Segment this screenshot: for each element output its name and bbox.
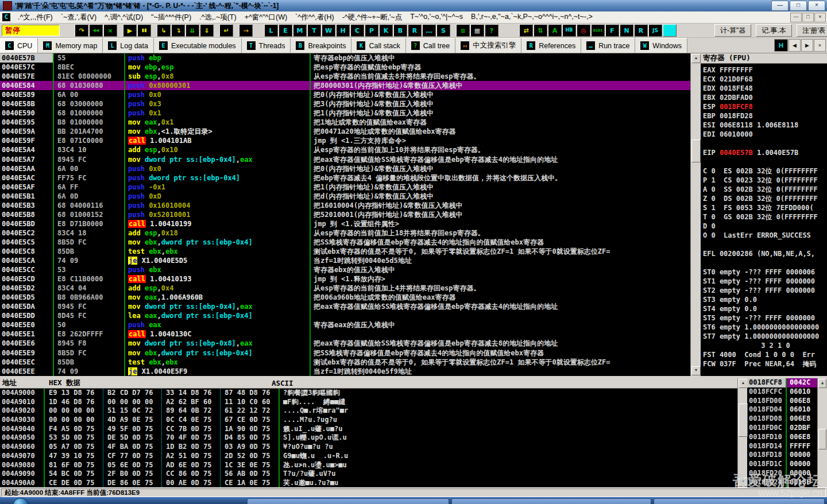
disasm-row[interactable]: 0040E5E1E8 262DFFFFcall 1.0040130C	[0, 329, 690, 339]
stack-row[interactable]: 0018FD2000000	[747, 469, 818, 478]
memory-map-button[interactable]: M	[293, 24, 307, 37]
call-stack-button[interactable]: K	[379, 24, 393, 37]
binary-button[interactable]: 0101	[591, 24, 605, 37]
taskbar-button[interactable]	[451, 498, 651, 504]
breakpoints-button[interactable]: B	[393, 24, 407, 37]
disasm-row[interactable]: 0040E59FE8 071C0000call 1.004101ABjmp 到 …	[0, 136, 690, 145]
run-trace-button[interactable]: …	[422, 24, 436, 37]
stack-panel[interactable]: 0018FCF80042C0018FCFC060100018FD00006E80…	[747, 378, 827, 487]
tab-run-trace[interactable]: …Run trace	[581, 38, 635, 53]
tab-threads[interactable]: TThreads	[242, 38, 291, 53]
stack-row[interactable]: 0018FCFC06010	[747, 387, 818, 397]
register-row[interactable]: ESP 0018FCF8	[703, 102, 827, 111]
scroll-up-icon[interactable]: ▲	[691, 54, 701, 63]
start-button[interactable]	[13, 498, 29, 504]
disasm-row[interactable]: 0040E5C58B5D FCmov ebx,dword ptr ss:[ebp…	[0, 238, 690, 247]
tab-log-data[interactable]: LLog data	[103, 38, 154, 53]
disasm-row[interactable]: 0040E57B55push ebp寄存器ebp的值压入堆栈中	[0, 53, 690, 63]
rewind-button[interactable]: ◀◀	[89, 24, 103, 37]
stack-row[interactable]: 0018FD1C00000	[747, 460, 818, 469]
stack-row[interactable]: 0018FCF80042C	[747, 378, 818, 387]
disasm-row[interactable]: 0040E5C885DBtest ebx,ebx测试ebx寄存器的值是不是等于0…	[0, 247, 690, 256]
disasm-row[interactable]: 0040E5D5B8 0B966A00mov eax,1.006A960B把00…	[0, 293, 690, 302]
disasm-row[interactable]: 0040E5AF6A FFpush -0x1把1(内存指针地址)&常数值压入堆栈…	[0, 183, 690, 192]
close-button[interactable]: ×	[808, 1, 825, 11]
pause-button[interactable]: ▮▮	[137, 24, 151, 37]
menu-item[interactable]: .^文,.,件(F)	[14, 13, 57, 22]
patches-button[interactable]: P	[365, 24, 378, 37]
register-row[interactable]: EBX 02DBFAD0	[703, 93, 827, 102]
scrollbar-thumb[interactable]	[691, 139, 701, 162]
executables-button[interactable]: E	[279, 24, 292, 37]
disasm-row[interactable]: 0040E59ABB 201A4700mov ebx,<1.取特定目录>把004…	[0, 127, 690, 136]
stack-row[interactable]: 0018FD0C02DBF	[747, 424, 818, 433]
scrollbar-thumb[interactable]	[818, 429, 826, 449]
stack-row[interactable]: 0018FD240018F	[747, 478, 818, 487]
disasm-row[interactable]: 0040E5CC53push ebx寄存器ebx的值压入堆栈中	[0, 265, 690, 274]
taskbar-button[interactable]	[654, 498, 825, 504]
memory-grid-button[interactable]: ▦	[470, 24, 484, 37]
dump-row[interactable]: 004A905053 5D 0D 75DE 5D 0D 7570 4F 0D 7…	[0, 433, 737, 443]
disasm-row[interactable]: 0040E5AA6A 00push 0x0把0(内存指针地址)&常数值压入堆栈中	[0, 164, 690, 173]
tab-call-stack[interactable]: KCall stack	[351, 38, 405, 53]
menu-item[interactable]: "~插^*^件(P)	[147, 13, 195, 22]
views-button[interactable]: ≡	[456, 24, 470, 37]
threads-button[interactable]: T	[307, 24, 321, 37]
windows-button[interactable]: W	[322, 24, 335, 37]
restart-button[interactable]: ↷	[75, 24, 88, 37]
register-row[interactable]: ESI 006E8118 1.006E8118	[703, 121, 827, 130]
disasm-row[interactable]: 0040E5EC85DBtest ebx,ebx测试ebx寄存器的值是不是等于0…	[0, 358, 690, 367]
disasm-row[interactable]: 0040E5A78945 FCmov dword ptr ss:[ebp-0x4…	[0, 155, 690, 164]
swap-button[interactable]: ⇄	[519, 24, 533, 37]
disasm-row[interactable]: 0040E5DA8945 FCmov dword ptr ss:[ebp-0x4…	[0, 302, 690, 311]
js-plugin-button[interactable]: JS	[648, 24, 662, 37]
disasm-row[interactable]: 0040E5D283C4 04add esp,0x4从esp寄存器的当前值加上4…	[0, 284, 690, 293]
dump-row[interactable]: 004A908081 6F 0D 7505 6E 0D 75AD 6E 0D 7…	[0, 461, 737, 470]
dump-row[interactable]: 004A9040F4 A5 0D 7549 5F 0D 75CC 7B 0D 7…	[0, 425, 737, 434]
disasm-row[interactable]: 0040E59068 01000000push 0x1把1(内存指针地址)&常数…	[0, 108, 690, 118]
close-program-button[interactable]: ×	[103, 24, 117, 37]
disassembly-scrollbar[interactable]: ▲ ▼	[690, 53, 701, 376]
disasm-row[interactable]: 0040E58468 01030080push 0x80000301把80000…	[0, 81, 690, 90]
disasm-row[interactable]: 0040E5ACFF75 FCpush dword ptr ss:[ebp-0x…	[0, 173, 690, 183]
stack-row[interactable]: 0018FD14FFFFF	[747, 442, 818, 451]
mdi-close-button[interactable]: ×	[814, 13, 826, 22]
tab-breakpoints[interactable]: BBreakpoints	[291, 38, 351, 53]
register-row[interactable]: EDX 0018FE48	[703, 84, 827, 93]
dump-row[interactable]: 004A90101D 46 D8 7600 00 00 00A2 62 BF 6…	[0, 398, 737, 407]
menu-item[interactable]: B,',r~-,e,"~a,`~k,P~,~o^^^i~,~n^,~t~-,>	[467, 13, 597, 22]
menu-item[interactable]: T~'^o,'~o,'^|~^~s	[406, 13, 467, 22]
trace-over-button[interactable]: ⇓	[200, 24, 214, 37]
register-row[interactable]: EAX FFFFFFFF	[703, 65, 827, 75]
assemble-button[interactable]: A	[548, 24, 562, 37]
scroll-up-icon[interactable]: ▲	[739, 379, 748, 388]
disasm-row[interactable]: 0040E5A483C4 10add esp,0x10从esp寄存器的当前值加上…	[0, 145, 690, 154]
tab-scroll-right-button[interactable]: ▶	[801, 39, 813, 52]
disasm-row[interactable]: 0040E5B368 04000116push 0x16010004把16010…	[0, 201, 690, 210]
target-button[interactable]: ◎	[577, 24, 590, 37]
disasm-row[interactable]: 0040E5B868 01000152push 0x52010001把52010…	[0, 210, 690, 219]
h-button[interactable]: H	[774, 39, 788, 52]
disasm-row[interactable]: 0040E5E050push eax寄存器eax的值压入堆栈中	[0, 320, 690, 329]
dump-row[interactable]: 004A902000 00 00 0051 15 0C 7289 64 0B 7…	[0, 406, 737, 416]
scrollbar-thumb[interactable]	[739, 404, 748, 437]
cyan-plugin-button[interactable]	[663, 24, 677, 37]
toolbar-text-button[interactable]: 注'册'表	[797, 24, 827, 37]
mdi-minimize-button[interactable]: —	[790, 13, 802, 22]
register-row[interactable]: ECX 021D0F68	[703, 75, 827, 84]
disassembly-panel[interactable]: 0040E57B55push ebp寄存器ebp的值压入堆栈中0040E57C8…	[0, 53, 690, 376]
stack-row[interactable]: 0018FD0406010	[747, 405, 818, 414]
dump-scrollbar[interactable]: ▲ ▼	[737, 378, 747, 487]
toolbar-text-button[interactable]: 记.事.本	[756, 24, 792, 37]
menu-item[interactable]: `^作^^,者(H)	[291, 13, 338, 22]
run-button[interactable]: ▶	[123, 24, 137, 37]
tab-call-tree[interactable]: ?Call tree	[406, 38, 456, 53]
stack-row[interactable]: 0018FD00006E8	[747, 397, 818, 406]
disasm-row[interactable]: 0040E5E68945 F8mov dword ptr ss:[ebp-0x8…	[0, 339, 690, 348]
disasm-row[interactable]: 0040E5BDE8 D71B0000call 1.00410199jmp 到 …	[0, 219, 690, 228]
disasm-row[interactable]: 0040E5CDE8 C11B0000call 1.00410193jmp 到 …	[0, 274, 690, 284]
menu-item[interactable]: `~查,',看(V)	[57, 13, 101, 22]
mdi-restore-button[interactable]: □	[802, 13, 814, 22]
n-plugin-button[interactable]: N	[620, 24, 633, 37]
disasm-row[interactable]: 0040E57C8BECmov ebp,esp把esp寄存器的值赋值给ebp寄存…	[0, 63, 690, 72]
